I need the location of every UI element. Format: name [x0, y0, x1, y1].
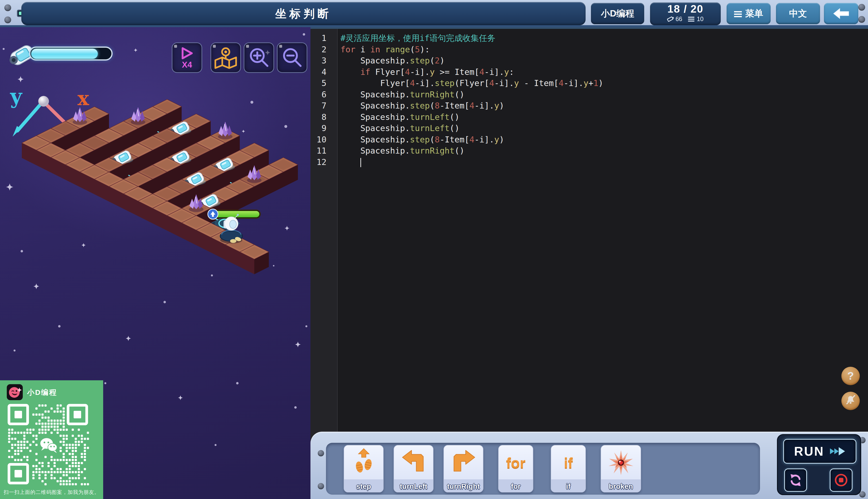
ground-block: [211, 186, 240, 216]
svg-text:X4: X4: [182, 60, 192, 69]
speed-x4-button[interactable]: X4: [172, 42, 202, 73]
ground-block: [167, 179, 196, 209]
ground-block: [182, 201, 211, 231]
ground-block: [124, 114, 152, 143]
energy-progress-bar: [29, 47, 113, 61]
bolt-icon: [858, 4, 865, 11]
line-number: 2: [310, 44, 334, 55]
code-line-8[interactable]: 8 Spaceship.turnLeft(): [310, 111, 868, 123]
score-panel: 18 / 20 66 10: [650, 2, 721, 25]
ground-block: [95, 172, 124, 202]
text-cursor: [360, 158, 361, 167]
reset-icon: [788, 473, 803, 488]
step-icon: [344, 447, 383, 478]
ground-block: [167, 208, 196, 238]
stop-button[interactable]: [830, 468, 853, 492]
ground-block: [152, 157, 182, 187]
line-number: 9: [310, 123, 334, 134]
zoom-in-button[interactable]: [244, 42, 274, 73]
ground-block: [138, 194, 167, 223]
minimap-button[interactable]: [210, 42, 241, 73]
battery-item: [169, 120, 191, 138]
code-line-6[interactable]: 6 Spaceship.turnRight(): [310, 89, 868, 100]
block-toolbar: step turnLeft turnRightforforifif broken…: [310, 432, 868, 499]
axes-widget: y x: [2, 71, 107, 146]
brand-button[interactable]: 小D编程: [591, 3, 644, 24]
ground-block: [167, 150, 196, 180]
ground-block: [240, 245, 269, 274]
ground-block: [211, 157, 240, 187]
line-number: 12: [310, 157, 334, 168]
run-panel: RUN: [777, 434, 861, 495]
code-line-5[interactable]: 5 Flyer[4-i].step(Flyer[4-i].y - Item[4-…: [310, 77, 868, 89]
ground-block: [196, 136, 225, 165]
block-label: step: [344, 482, 383, 490]
block-step[interactable]: step: [344, 445, 384, 492]
line-number: 8: [310, 111, 334, 123]
code-editor[interactable]: 1#灵活应用坐标，使用if语句完成收集任务2for i in range(5):…: [310, 27, 868, 499]
broken-icon: [601, 447, 641, 478]
crystal-item: [247, 165, 262, 183]
game-viewport: y x X4: [0, 27, 310, 499]
block-turnLeft[interactable]: turnLeft: [394, 445, 434, 492]
reset-button[interactable]: [784, 468, 807, 492]
block-broken[interactable]: broken: [600, 445, 641, 492]
battery-item: [169, 149, 191, 168]
sound-off-button[interactable]: [841, 392, 860, 410]
ground-block: [22, 136, 51, 165]
bolt-icon: [318, 483, 324, 489]
qr-caption: 扫一扫上面的二维码图案，加我为朋友。: [0, 489, 103, 496]
back-button[interactable]: [824, 3, 858, 24]
block-turnRight[interactable]: turnRight: [444, 445, 483, 492]
bolt-icon: [4, 4, 11, 11]
energy-count: 66: [675, 15, 682, 23]
ground-block: [65, 143, 95, 172]
ground-block: [138, 165, 167, 194]
code-line-3[interactable]: 3 Spaceship.step(2): [310, 55, 868, 66]
block-label: turnLeft: [394, 482, 433, 490]
code-line-11[interactable]: 11 Spaceship.turnRight(): [310, 145, 868, 157]
ground-block: [65, 114, 95, 143]
crystal-item: [73, 107, 87, 125]
code-line-10[interactable]: 10 Spaceship.step(8-Item[4-i].y): [310, 134, 868, 145]
code-line-2[interactable]: 2for i in range(5):: [310, 44, 868, 55]
block-label: turnRight: [444, 482, 483, 490]
block-if[interactable]: ifif: [551, 445, 586, 492]
ground-block: [225, 238, 254, 267]
ground-block: [124, 143, 152, 172]
language-button[interactable]: 中文: [776, 3, 820, 24]
ground-block: [152, 201, 182, 231]
ground-block: [95, 157, 124, 187]
app-window: 坐标判断 小D编程 18 / 20 66 10 菜单 中文: [0, 0, 868, 499]
zoom-out-button[interactable]: [277, 42, 307, 73]
menu-button[interactable]: 菜单: [727, 3, 771, 24]
code-line-12[interactable]: 12: [310, 157, 868, 168]
ground-block: [51, 150, 80, 180]
block-tray: step turnLeft turnRightforforifif broken: [326, 443, 760, 495]
code-line-7[interactable]: 7 Spaceship.step(8-Item[4-i].y): [310, 100, 868, 111]
code-line-1[interactable]: 1#灵活应用坐标，使用if语句完成收集任务: [310, 33, 868, 44]
code-lines[interactable]: 1#灵活应用坐标，使用if语句完成收集任务2for i in range(5):…: [310, 33, 868, 168]
health-bar: [208, 209, 260, 219]
brand-button-label: 小D编程: [601, 9, 634, 19]
run-button-label: RUN: [794, 444, 824, 459]
ground-block: [182, 114, 211, 143]
ground-block: [80, 107, 109, 136]
help-button[interactable]: ?: [841, 367, 860, 385]
ground-block: [152, 129, 182, 158]
code-line-9[interactable]: 9 Spaceship.turnLeft(): [310, 123, 868, 134]
ground-block: [196, 194, 225, 223]
line-number: 1: [310, 33, 334, 44]
ground-block: [152, 186, 182, 216]
run-button[interactable]: RUN: [783, 439, 856, 464]
top-bar: 坐标判断 小D编程 18 / 20 66 10 菜单 中文: [0, 0, 868, 27]
block-for[interactable]: forfor: [498, 445, 533, 492]
game-scene: [0, 51, 310, 390]
axis-x-label: x: [77, 87, 89, 110]
ground-block: [254, 165, 283, 194]
battery-item: [198, 193, 220, 211]
ground-block: [269, 157, 298, 187]
menu-icon: [734, 11, 742, 12]
code-line-4[interactable]: 4 if Flyer[4-i].y >= Item[4-i].y:: [310, 66, 868, 78]
ground-block: [182, 172, 211, 202]
